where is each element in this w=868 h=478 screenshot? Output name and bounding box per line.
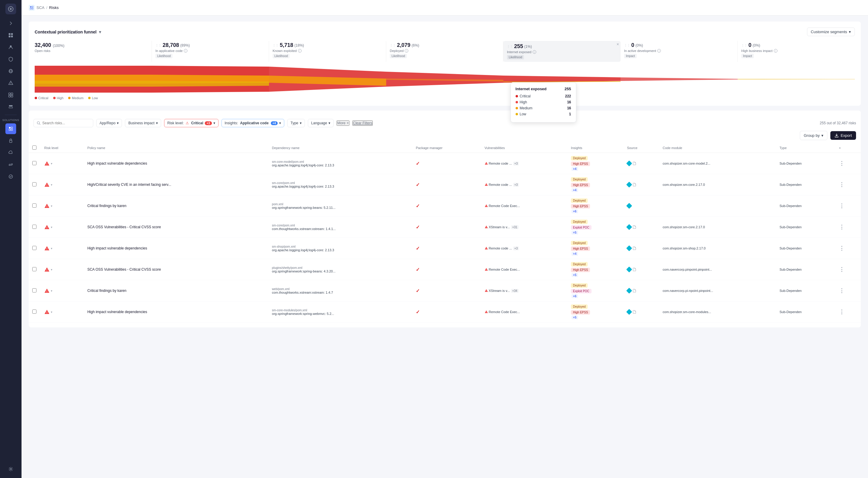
info-icon-3[interactable]: i xyxy=(405,49,408,53)
row-actions-icon-0[interactable]: ⋮ xyxy=(839,160,844,166)
cell-actions: ⋮ xyxy=(835,238,861,259)
nav-shield[interactable] xyxy=(5,54,16,65)
row-expand-icon-1[interactable]: ▾ xyxy=(51,183,52,186)
logo[interactable] xyxy=(5,4,16,14)
funnel-title: Contextual prioritization funnel ▾ xyxy=(35,30,101,34)
row-actions-icon-6[interactable]: ⋮ xyxy=(839,288,844,294)
row-expand-icon-7[interactable]: ▾ xyxy=(51,310,52,314)
search-input[interactable] xyxy=(42,121,90,125)
svg-text:!: ! xyxy=(46,184,48,187)
nav-alert[interactable] xyxy=(5,78,16,89)
insights-plus-badge: +5 xyxy=(571,231,578,234)
customize-segments-button[interactable]: Customize segments ▾ xyxy=(807,28,855,36)
row-checkbox-1[interactable] xyxy=(32,182,36,186)
package-manager-check-icon: ✓ xyxy=(416,288,420,293)
row-expand-icon-3[interactable]: ▾ xyxy=(51,226,52,229)
cell-package-manager: ✓ xyxy=(412,153,481,174)
row-expand-icon-0[interactable]: ▾ xyxy=(51,162,52,165)
more-filters-button[interactable]: More + xyxy=(337,120,349,126)
cell-source xyxy=(623,301,659,323)
business-impact-filter[interactable]: Business impact ▾ xyxy=(125,119,161,127)
cell-insights: Deployed High EPSS +4 xyxy=(567,174,623,195)
cell-policy-name: High impact vulnerable dependencies xyxy=(84,301,269,323)
row-checkbox-2[interactable] xyxy=(32,203,36,208)
cell-type: Sub-Dependen xyxy=(776,195,835,217)
app-repo-filter[interactable]: App/Repo ▾ xyxy=(96,119,122,127)
nav-widgets[interactable] xyxy=(5,90,16,100)
row-checkbox-6[interactable] xyxy=(32,288,36,292)
info-icon-5[interactable]: i xyxy=(657,49,661,53)
svg-marker-33 xyxy=(152,81,269,87)
nav-guard[interactable] xyxy=(5,171,16,182)
row-expand-icon-5[interactable]: ▾ xyxy=(51,268,52,271)
funnel-stat-1: ⋮⋮ 28,708 (89%) In applicative code i Li… xyxy=(152,41,269,62)
info-icon-2[interactable]: i xyxy=(298,49,302,53)
table-action-bar: Group by ▾ Export xyxy=(29,131,861,143)
th-vulnerabilities: Vulnerabilities xyxy=(481,143,567,153)
cell-insights: Deployed Exploit POC +6 xyxy=(567,280,623,301)
nav-expand[interactable] xyxy=(5,18,16,29)
cell-insights: Deployed High EPSS +5 xyxy=(567,259,623,280)
svg-text:!: ! xyxy=(46,226,48,229)
row-actions-icon-1[interactable]: ⋮ xyxy=(839,182,844,188)
cell-policy-name: SCA OSS Vulnerabilities - Critical CVSS … xyxy=(84,217,269,238)
svg-text:!: ! xyxy=(486,269,487,271)
nav-settings[interactable] xyxy=(5,464,16,474)
close-segment-4[interactable]: × xyxy=(617,42,619,46)
cell-policy-name: Critical findings by karen xyxy=(84,195,269,217)
row-checkbox-0[interactable] xyxy=(32,161,36,165)
th-add[interactable]: + xyxy=(835,143,861,153)
tooltip-medium-dot xyxy=(516,107,518,109)
nav-globe[interactable] xyxy=(5,66,16,76)
insights-filter[interactable]: Insights: Applicative code +4 ▾ xyxy=(221,119,284,127)
row-actions-icon-2[interactable]: ⋮ xyxy=(839,203,844,209)
nav-sca[interactable] xyxy=(5,123,16,134)
tooltip-title: Internet exposed 255 xyxy=(516,87,571,91)
cell-code-module: com.shopizer.sm-core.2.17.0 xyxy=(659,217,776,238)
svg-rect-25 xyxy=(32,6,33,7)
search-box[interactable] xyxy=(33,119,93,127)
nav-lock[interactable] xyxy=(5,135,16,146)
sidebar: SOLUTIONS xyxy=(0,0,22,478)
risk-level-filter[interactable]: Risk level: ⚠ Critical +3 ▾ xyxy=(164,119,218,127)
drag-handle-3: ⋮⋮ xyxy=(390,43,396,47)
nav-dashboard[interactable] xyxy=(5,30,16,41)
row-actions-icon-7[interactable]: ⋮ xyxy=(839,309,844,315)
nav-team[interactable] xyxy=(5,42,16,53)
nav-cloud[interactable] xyxy=(5,147,16,158)
row-actions-icon-5[interactable]: ⋮ xyxy=(839,266,844,273)
info-icon-1[interactable]: i xyxy=(184,49,187,53)
insight-epss-tag: High EPSS xyxy=(571,183,590,187)
row-checkbox-5[interactable] xyxy=(32,267,36,271)
nav-data[interactable] xyxy=(5,102,16,112)
th-checkbox xyxy=(29,143,41,153)
clear-filters-button[interactable]: Clear Filters xyxy=(352,120,373,126)
info-icon-6[interactable]: i xyxy=(774,49,777,53)
row-checkbox-3[interactable] xyxy=(32,225,36,229)
nav-infinity[interactable] xyxy=(5,159,16,170)
stat-0-label: Open risks xyxy=(35,49,148,53)
funnel-collapse-icon[interactable]: ▾ xyxy=(99,30,101,34)
svg-rect-3 xyxy=(9,36,10,37)
cell-type: Sub-Dependen xyxy=(776,301,835,323)
export-button[interactable]: Export xyxy=(830,131,856,140)
row-expand-icon-4[interactable]: ▾ xyxy=(51,247,52,250)
row-expand-icon-6[interactable]: ▾ xyxy=(51,289,52,292)
type-filter[interactable]: Type ▾ xyxy=(287,119,305,127)
row-actions-icon-4[interactable]: ⋮ xyxy=(839,245,844,251)
cell-vulnerabilities: ! Remote code ... +3 xyxy=(481,153,567,174)
select-all-checkbox[interactable] xyxy=(32,146,36,150)
cell-vulnerabilities: ! XStream is v... +34 xyxy=(481,280,567,301)
group-by-button[interactable]: Group by ▾ xyxy=(800,131,827,140)
info-icon-4[interactable]: i xyxy=(533,50,536,54)
row-checkbox-4[interactable] xyxy=(32,246,36,250)
stat-5-num: ⋮⋮ 0 (0%) xyxy=(624,42,734,49)
row-actions-icon-3[interactable]: ⋮ xyxy=(839,224,844,230)
table-row: ! ▾ High impact vulnerable dependencies … xyxy=(29,153,861,174)
insight-deployed-tag: Deployed xyxy=(571,241,588,245)
row-checkbox-7[interactable] xyxy=(32,310,36,314)
svg-text:!: ! xyxy=(46,268,48,272)
insights-value: Applicative code xyxy=(240,121,269,125)
row-expand-icon-2[interactable]: ▾ xyxy=(51,204,52,208)
language-filter[interactable]: Language ▾ xyxy=(308,119,334,127)
